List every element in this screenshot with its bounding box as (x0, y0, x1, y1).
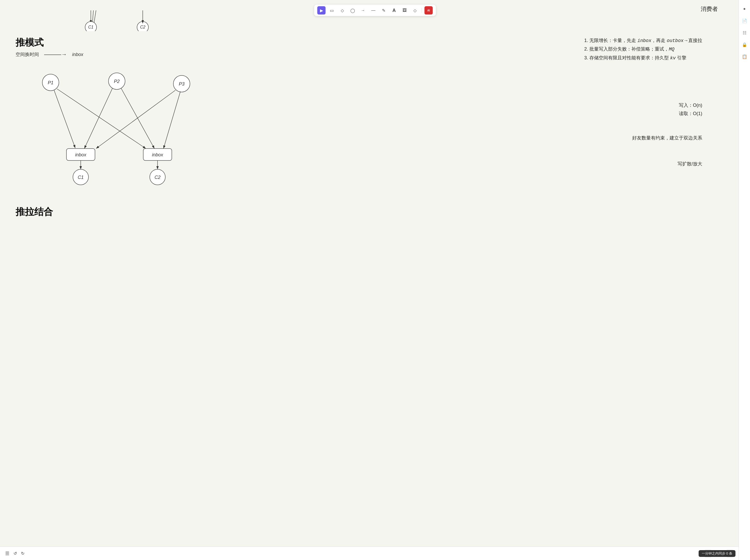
svg-line-2 (92, 11, 94, 23)
svg-line-24 (54, 90, 75, 148)
note-2: 2. 批量写入部分失败：补偿策略；重试，MQ (584, 45, 702, 54)
toolbar: ▶ ▭ ◇ ◯ → — ✎ A 🖼 ◇ AI (314, 5, 436, 16)
friend-note: 好友数量有约束，建立于双边关系 (632, 135, 702, 141)
svg-text:C2: C2 (140, 25, 145, 29)
svg-line-3 (94, 11, 96, 23)
note-3: 3. 存储空间有限且对性能有要求：持久型 kv 引擎 (584, 54, 702, 62)
complexity-notes: 写入：O(n) 读取：O(1) (679, 101, 702, 118)
redo-button[interactable]: ↻ (21, 551, 24, 556)
svg-text:P1: P1 (48, 80, 54, 85)
svg-text:C1: C1 (88, 25, 94, 29)
shape-tool[interactable]: ◇ (411, 6, 419, 15)
push-diagram: P1 P2 P3 inbox inbox C1 C2 (16, 68, 210, 185)
svg-text:P2: P2 (114, 79, 120, 84)
diamond-tool[interactable]: ◇ (338, 6, 347, 15)
minus-tool[interactable]: — (369, 6, 378, 15)
push-inbox-label: inbox (72, 52, 83, 57)
push-subtitle-text: 空间换时间 (16, 51, 39, 58)
svg-line-29 (163, 91, 180, 149)
push-section: 推模式 空间换时间 ———→ inbox 1. 无限增长：卡量，先走 inbox… (16, 36, 723, 185)
sidebar-icon-2[interactable]: 📄 (741, 17, 748, 24)
svg-text:inbox: inbox (152, 152, 163, 158)
sidebar-icon-3[interactable]: ☷ (741, 29, 748, 36)
sidebar-icon-4[interactable]: 🔒 (741, 41, 748, 48)
bottom-bar: ☰ ↺ ↻ − 90% + (0, 546, 738, 560)
note-1: 1. 无限增长：卡量，先走 inbox，再走 outbox→直接拉 (584, 36, 702, 45)
toolbar-divider (422, 8, 422, 13)
image-tool[interactable]: 🖼 (400, 6, 409, 15)
svg-text:inbox: inbox (75, 152, 86, 158)
ellipse-tool[interactable]: ◯ (349, 6, 357, 15)
write-expand-note: 写扩散/放大 (677, 161, 702, 167)
text-tool[interactable]: A (390, 6, 398, 15)
svg-text:C1: C1 (78, 175, 83, 180)
sidebar-icon-5[interactable]: 📋 (741, 53, 748, 60)
notes-panel: 1. 无限增长：卡量，先走 inbox，再走 outbox→直接拉 2. 批量写… (584, 36, 702, 62)
sync-badge: 一分钟之内同步 0 条 (698, 550, 735, 557)
svg-line-28 (96, 90, 175, 149)
read-complexity: 读取：O(1) (679, 109, 702, 118)
svg-line-27 (121, 88, 154, 149)
main-canvas: 消费者 C1 C2 推模式 空间换时间 ———→ (0, 0, 738, 249)
menu-icon[interactable]: ☰ (5, 551, 9, 556)
ai-tool[interactable]: AI (425, 6, 433, 15)
line-tool[interactable]: → (359, 6, 367, 15)
svg-text:P3: P3 (179, 81, 184, 87)
rect-tool[interactable]: ▭ (328, 6, 336, 15)
undo-button[interactable]: ↺ (14, 551, 17, 556)
sidebar-icon-1[interactable]: ● (741, 5, 748, 13)
pencil-tool[interactable]: ✎ (380, 6, 388, 15)
write-complexity: 写入：O(n) (679, 101, 702, 109)
right-sidebar: ● 📄 ☷ 🔒 📋 (738, 0, 750, 560)
svg-line-25 (57, 89, 146, 149)
pull-push-section: 推拉结合 (16, 206, 723, 218)
select-tool[interactable]: ▶ (317, 6, 326, 15)
pull-push-title: 推拉结合 (16, 206, 723, 218)
svg-text:C2: C2 (154, 175, 160, 180)
